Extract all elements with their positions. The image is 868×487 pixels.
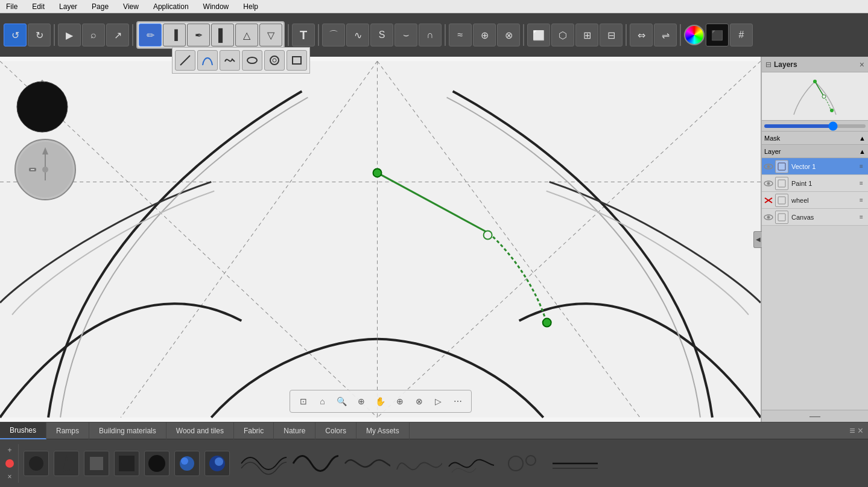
- wave-brush-5[interactable]: [446, 445, 494, 482]
- layer-row-vector1[interactable]: Vector 1 ≡: [762, 158, 868, 175]
- color-wheel[interactable]: [684, 25, 705, 45]
- panel-pin-icon[interactable]: ⊟: [765, 60, 771, 69]
- mask-expand-icon[interactable]: ▲: [859, 135, 866, 142]
- tab-list-icon[interactable]: ≡: [849, 425, 855, 436]
- airbrush-tool[interactable]: △: [235, 24, 258, 46]
- viewport-pan-btn[interactable]: ✋: [372, 393, 389, 410]
- fill2-tool[interactable]: ⊗: [497, 24, 520, 46]
- curve-tool-3[interactable]: S: [370, 24, 393, 46]
- spline-sub-tool[interactable]: [220, 50, 240, 71]
- thick-pen-tool[interactable]: ▌: [211, 24, 234, 46]
- undo-tool[interactable]: ↺: [4, 24, 27, 46]
- brush-item-round[interactable]: [22, 450, 50, 477]
- select-tool[interactable]: ▶: [58, 24, 81, 46]
- wave-brush-7[interactable]: [550, 445, 598, 482]
- svg-point-12: [373, 168, 381, 177]
- clone-tool[interactable]: ⊞: [575, 24, 598, 46]
- wave-brush-6[interactable]: [498, 445, 546, 482]
- layers-opacity-slider[interactable]: [764, 124, 866, 128]
- rect-sub-tool[interactable]: [287, 50, 307, 71]
- smudge-tool[interactable]: ≈: [449, 24, 472, 46]
- liquify-tool[interactable]: ⊟: [600, 24, 622, 46]
- brush-item-darkround[interactable]: [143, 450, 171, 477]
- wave-brush-4[interactable]: [394, 445, 442, 482]
- layer-section-expand-icon[interactable]: ▲: [859, 148, 866, 155]
- marker-tool[interactable]: ▐: [163, 24, 186, 46]
- menu-edit[interactable]: Edit: [28, 1, 48, 12]
- viewport-grid-btn[interactable]: ⊡: [295, 393, 312, 410]
- viewport-home-btn[interactable]: ⌂: [314, 393, 331, 410]
- viewport-flip-v-btn[interactable]: ⊗: [411, 393, 428, 410]
- layer-icon-vector1: [775, 160, 788, 173]
- move-tool[interactable]: ↗: [106, 24, 129, 46]
- fill-tool[interactable]: ▽: [259, 24, 282, 46]
- tab-wood-tiles[interactable]: Wood and tiles: [166, 422, 234, 439]
- brush-item-darkrect[interactable]: [113, 450, 141, 477]
- line-sub-tool[interactable]: [175, 50, 195, 71]
- tab-brushes[interactable]: Brushes: [0, 422, 46, 439]
- brush-add-btn[interactable]: +: [4, 444, 16, 456]
- tab-my-assets[interactable]: My Assets: [356, 422, 410, 439]
- brush-remove-btn[interactable]: ×: [4, 471, 16, 483]
- layer-row-wheel[interactable]: wheel ≡: [762, 192, 868, 209]
- transform-tool[interactable]: ⬜: [527, 24, 550, 46]
- brush-item-textured1[interactable]: [173, 450, 201, 477]
- menu-file[interactable]: File: [2, 1, 21, 12]
- brush-item-textured2[interactable]: [203, 450, 231, 477]
- tab-colors[interactable]: Colors: [315, 422, 356, 439]
- layer-eye-vector1[interactable]: [763, 161, 774, 172]
- layer-eye-canvas[interactable]: [763, 212, 774, 223]
- viewport-play-btn[interactable]: ▷: [430, 393, 447, 410]
- curve-tool-5[interactable]: ∩: [419, 24, 442, 46]
- wave-brush-3[interactable]: [342, 445, 390, 482]
- tab-ramps[interactable]: Ramps: [46, 422, 89, 439]
- layer-row-paint1[interactable]: Paint 1 ≡: [762, 175, 868, 192]
- layer-eye-paint1[interactable]: [763, 178, 774, 189]
- menu-view[interactable]: View: [119, 1, 142, 12]
- layer-settings-wheel[interactable]: ≡: [856, 195, 867, 206]
- brush-item-tapered[interactable]: [52, 450, 80, 477]
- menu-application[interactable]: Application: [150, 1, 192, 12]
- layer-row-canvas[interactable]: Canvas ≡: [762, 209, 868, 226]
- tab-building-materials[interactable]: Building materials: [89, 422, 166, 439]
- brush-tool[interactable]: ✏: [139, 24, 162, 46]
- menu-help[interactable]: Help: [239, 1, 262, 12]
- layer-eye-wheel[interactable]: [763, 195, 774, 206]
- curve-tool-2[interactable]: ∿: [346, 24, 369, 46]
- tab-nature[interactable]: Nature: [274, 422, 315, 439]
- blend-tool[interactable]: ⊕: [473, 24, 496, 46]
- layers-panel-close[interactable]: ×: [860, 60, 864, 69]
- viewport-more-btn[interactable]: ⋯: [449, 393, 466, 410]
- layer-settings-canvas[interactable]: ≡: [856, 212, 867, 223]
- wave-brush-2[interactable]: [290, 445, 338, 482]
- tab-close-icon[interactable]: ×: [858, 425, 863, 436]
- redo-tool[interactable]: ↻: [28, 24, 51, 46]
- layer-settings-vector1[interactable]: ≡: [856, 161, 867, 172]
- lasso-tool[interactable]: ⌕: [82, 24, 105, 46]
- collapse-panel-button[interactable]: ◀: [753, 231, 762, 248]
- grid-tool[interactable]: #: [730, 24, 753, 46]
- palette-tool[interactable]: ⬛: [706, 24, 729, 46]
- bezier-sub-tool[interactable]: [197, 50, 218, 71]
- warp-tool[interactable]: ⬡: [551, 24, 574, 46]
- symmetry-tool[interactable]: ⇔: [630, 24, 653, 46]
- circle-sub-tool[interactable]: [264, 50, 285, 71]
- navigator-circle[interactable]: [11, 135, 80, 205]
- layer-settings-paint1[interactable]: ≡: [856, 178, 867, 189]
- wave-brush-1[interactable]: [238, 445, 287, 482]
- menu-layer[interactable]: Layer: [55, 1, 81, 12]
- pen-tool[interactable]: ✒: [187, 24, 210, 46]
- viewport-zoom-out-btn[interactable]: 🔍: [334, 393, 350, 410]
- tab-fabric[interactable]: Fabric: [234, 422, 274, 439]
- menu-window[interactable]: Window: [200, 1, 233, 12]
- canvas-area[interactable]: ⊡ ⌂ 🔍 ⊕ ✋ ⊕ ⊗ ▷ ⋯: [0, 57, 761, 422]
- ellipse-sub-tool[interactable]: [242, 50, 262, 71]
- curve-tool-1[interactable]: ⌒: [322, 24, 345, 46]
- brush-item-flat[interactable]: [83, 450, 110, 477]
- text-tool[interactable]: T: [292, 24, 315, 46]
- viewport-zoom-in-btn[interactable]: ⊕: [353, 393, 370, 410]
- mirror-tool[interactable]: ⇌: [654, 24, 677, 46]
- menu-page[interactable]: Page: [88, 1, 112, 12]
- curve-tool-4[interactable]: ⌣: [394, 24, 417, 46]
- viewport-flip-h-btn[interactable]: ⊕: [391, 393, 408, 410]
